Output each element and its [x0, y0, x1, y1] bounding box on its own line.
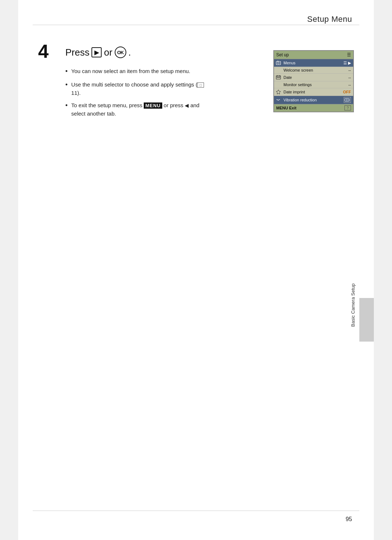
lcd-vibration-value: [344, 97, 353, 103]
camera-vibr-icon: [344, 98, 350, 102]
lcd-vibration-icon: [274, 97, 283, 102]
page: Setup Menu 4 Press ▶ or OK . • You can n…: [18, 0, 374, 540]
top-rule: [33, 25, 359, 25]
lcd-row-date: Date --: [274, 74, 353, 81]
bullet-text-3: To exit the setup menu, press MENU or pr…: [71, 101, 214, 118]
lcd-date-icon: [274, 75, 283, 80]
press-label: Press: [65, 47, 89, 58]
left-arrow-icon: ◀: [185, 102, 189, 108]
period: .: [128, 47, 131, 58]
page-number: 95: [346, 516, 352, 523]
list-item: • To exit the setup menu, press MENU or …: [65, 101, 214, 118]
list-item: • You can now select an item from the se…: [65, 67, 214, 76]
lcd-menus-value: ☰ ▶: [343, 61, 353, 65]
right-margin-text: Basic Camera Setup: [350, 283, 356, 327]
or-label: or: [104, 47, 112, 58]
step-heading: Press ▶ or OK .: [65, 47, 131, 58]
menu-label: MENU: [144, 102, 162, 109]
lcd-dateimprint-label: Date imprint: [283, 90, 343, 94]
lcd-monitor-value: --: [348, 82, 353, 87]
bullet-text-2: Use the multi selector to choose and app…: [71, 81, 214, 97]
vibration-icon: [276, 97, 281, 102]
lcd-monitor-label: Monitor settings: [283, 82, 348, 87]
lcd-panel: Set up ☰ Menus ☰ ▶ Welcome screen --: [273, 50, 354, 112]
bullet-dot: •: [65, 101, 68, 110]
svg-rect-9: [279, 77, 280, 78]
ok-button-icon: OK: [115, 47, 126, 58]
lcd-help-icon: ?: [344, 105, 351, 110]
bottom-rule: [33, 511, 359, 511]
svg-rect-7: [277, 77, 278, 78]
lcd-vibration-label: Vibration reduction: [283, 98, 344, 102]
stamp-icon: [276, 89, 281, 94]
svg-rect-2: [277, 61, 278, 62]
lcd-menus-label: Menus: [283, 61, 343, 65]
bullet-list: • You can now select an item from the se…: [65, 67, 214, 122]
lcd-welcome-value: --: [348, 68, 353, 72]
lcd-row-monitor: Monitor settings --: [274, 81, 353, 88]
svg-rect-11: [345, 98, 349, 101]
lcd-footer: MENU Exit ?: [274, 104, 353, 112]
bullet-dot: •: [65, 67, 68, 76]
list-item: • Use the multi selector to choose and a…: [65, 81, 214, 97]
page-title: Setup Menu: [307, 15, 352, 24]
svg-point-12: [346, 99, 348, 101]
lcd-row-vibration: Vibration reduction: [274, 96, 353, 104]
camera-small-icon: [276, 60, 281, 65]
lcd-date-label: Date: [283, 75, 348, 80]
svg-rect-8: [278, 77, 279, 78]
lcd-date-value: --: [348, 75, 353, 80]
lcd-dateimprint-icon: [274, 89, 283, 94]
ref-box-icon: □: [197, 82, 204, 88]
svg-point-1: [278, 62, 279, 64]
lcd-header: Set up ☰: [274, 51, 353, 59]
lcd-menu-exit-label: MENU Exit: [276, 106, 297, 110]
vibration-value-icon: [344, 97, 351, 103]
lcd-header-icon: ☰: [347, 52, 351, 57]
svg-marker-10: [276, 90, 281, 94]
bullet-text-1: You can now select an item from the setu…: [71, 67, 190, 76]
side-tab: [359, 298, 374, 342]
arrow-right-icon: ▶: [91, 47, 102, 57]
lcd-row-welcome: Welcome screen --: [274, 67, 353, 74]
lcd-dateimprint-value: OFF: [343, 90, 353, 94]
lcd-row-dateimprint: Date imprint OFF: [274, 88, 353, 96]
lcd-header-title: Set up: [276, 52, 289, 57]
calendar-icon: [276, 75, 281, 80]
bullet-dot: •: [65, 80, 68, 90]
svg-rect-0: [276, 61, 281, 65]
step-number: 4: [38, 42, 49, 61]
lcd-welcome-label: Welcome screen: [283, 68, 348, 72]
lcd-row-menus: Menus ☰ ▶: [274, 59, 353, 67]
lcd-menus-icon: [274, 60, 283, 65]
